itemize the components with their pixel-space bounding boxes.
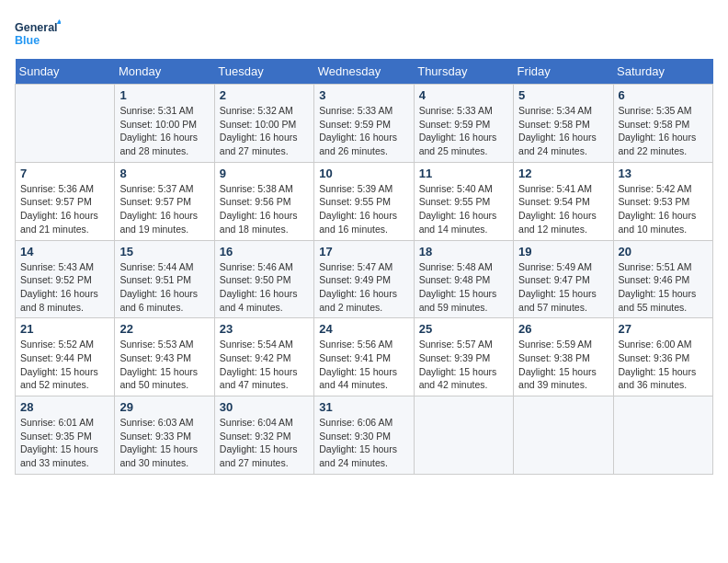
column-header-saturday: Saturday: [613, 59, 712, 85]
calendar-cell: 9Sunrise: 5:38 AM Sunset: 9:56 PM Daylig…: [214, 162, 313, 240]
logo: General Blue: [15, 15, 61, 52]
calendar-cell: [514, 396, 613, 475]
calendar-cell: [414, 396, 513, 475]
day-detail: Sunrise: 6:01 AM Sunset: 9:35 PM Dayligh…: [20, 416, 109, 470]
day-number: 15: [119, 245, 209, 259]
calendar-cell: 14Sunrise: 5:43 AM Sunset: 9:52 PM Dayli…: [16, 240, 115, 318]
day-detail: Sunrise: 5:33 AM Sunset: 9:59 PM Dayligh…: [319, 104, 408, 158]
day-detail: Sunrise: 5:36 AM Sunset: 9:57 PM Dayligh…: [20, 182, 109, 236]
calendar-cell: 3Sunrise: 5:33 AM Sunset: 9:59 PM Daylig…: [314, 85, 414, 163]
calendar-cell: 2Sunrise: 5:32 AM Sunset: 10:00 PM Dayli…: [214, 85, 313, 163]
column-header-wednesday: Wednesday: [314, 59, 414, 85]
day-detail: Sunrise: 5:56 AM Sunset: 9:41 PM Dayligh…: [319, 338, 408, 392]
day-detail: Sunrise: 5:38 AM Sunset: 9:56 PM Dayligh…: [220, 182, 309, 236]
day-number: 11: [419, 167, 508, 180]
calendar-cell: 15Sunrise: 5:44 AM Sunset: 9:51 PM Dayli…: [115, 240, 214, 318]
day-detail: Sunrise: 5:35 AM Sunset: 9:58 PM Dayligh…: [619, 104, 708, 158]
day-number: 12: [518, 167, 608, 180]
calendar-cell: 31Sunrise: 6:06 AM Sunset: 9:30 PM Dayli…: [314, 396, 414, 475]
day-detail: Sunrise: 5:59 AM Sunset: 9:38 PM Dayligh…: [518, 338, 608, 392]
day-number: 28: [20, 400, 109, 414]
calendar-week-row: 28Sunrise: 6:01 AM Sunset: 9:35 PM Dayli…: [16, 396, 713, 475]
day-detail: Sunrise: 5:41 AM Sunset: 9:54 PM Dayligh…: [518, 182, 608, 236]
day-number: 13: [619, 167, 708, 180]
day-detail: Sunrise: 6:03 AM Sunset: 9:33 PM Dayligh…: [119, 416, 209, 470]
day-number: 10: [319, 167, 408, 180]
day-number: 22: [119, 322, 209, 336]
day-detail: Sunrise: 5:39 AM Sunset: 9:55 PM Dayligh…: [319, 182, 408, 236]
calendar-cell: 10Sunrise: 5:39 AM Sunset: 9:55 PM Dayli…: [314, 162, 414, 240]
day-number: 1: [119, 88, 209, 102]
column-header-thursday: Thursday: [414, 59, 513, 85]
calendar-cell: 30Sunrise: 6:04 AM Sunset: 9:32 PM Dayli…: [214, 396, 313, 475]
calendar-cell: 21Sunrise: 5:52 AM Sunset: 9:44 PM Dayli…: [16, 318, 115, 396]
day-detail: Sunrise: 6:04 AM Sunset: 9:32 PM Dayligh…: [220, 416, 309, 470]
day-number: 25: [419, 322, 508, 336]
day-number: 6: [619, 88, 708, 102]
day-number: 19: [518, 245, 608, 259]
day-number: 16: [220, 245, 309, 259]
day-number: 5: [518, 88, 608, 102]
calendar-cell: 27Sunrise: 6:00 AM Sunset: 9:36 PM Dayli…: [613, 318, 712, 396]
day-number: 24: [319, 322, 408, 336]
column-header-friday: Friday: [514, 59, 613, 85]
calendar-cell: 20Sunrise: 5:51 AM Sunset: 9:46 PM Dayli…: [613, 240, 712, 318]
column-header-tuesday: Tuesday: [214, 59, 313, 85]
calendar-cell: 4Sunrise: 5:33 AM Sunset: 9:59 PM Daylig…: [414, 85, 513, 163]
logo-svg: General Blue: [15, 15, 61, 52]
day-detail: Sunrise: 6:06 AM Sunset: 9:30 PM Dayligh…: [319, 416, 408, 470]
day-number: 20: [619, 245, 708, 259]
day-detail: Sunrise: 5:46 AM Sunset: 9:50 PM Dayligh…: [220, 260, 309, 315]
day-detail: Sunrise: 5:49 AM Sunset: 9:47 PM Dayligh…: [518, 260, 608, 315]
calendar-cell: 11Sunrise: 5:40 AM Sunset: 9:55 PM Dayli…: [414, 162, 513, 240]
page-header: General Blue: [15, 15, 713, 52]
svg-text:General: General: [15, 21, 58, 34]
calendar-week-row: 21Sunrise: 5:52 AM Sunset: 9:44 PM Dayli…: [16, 318, 713, 396]
calendar-cell: 16Sunrise: 5:46 AM Sunset: 9:50 PM Dayli…: [214, 240, 313, 318]
day-detail: Sunrise: 5:37 AM Sunset: 9:57 PM Dayligh…: [119, 182, 209, 236]
calendar-cell: 8Sunrise: 5:37 AM Sunset: 9:57 PM Daylig…: [115, 162, 214, 240]
day-number: 17: [319, 245, 408, 259]
calendar-cell: 13Sunrise: 5:42 AM Sunset: 9:53 PM Dayli…: [613, 162, 712, 240]
day-number: 23: [220, 322, 309, 336]
day-detail: Sunrise: 5:57 AM Sunset: 9:39 PM Dayligh…: [419, 338, 508, 392]
day-detail: Sunrise: 5:51 AM Sunset: 9:46 PM Dayligh…: [619, 260, 708, 315]
day-detail: Sunrise: 5:43 AM Sunset: 9:52 PM Dayligh…: [20, 260, 109, 315]
calendar-cell: 19Sunrise: 5:49 AM Sunset: 9:47 PM Dayli…: [514, 240, 613, 318]
calendar-cell: 22Sunrise: 5:53 AM Sunset: 9:43 PM Dayli…: [115, 318, 214, 396]
day-detail: Sunrise: 5:53 AM Sunset: 9:43 PM Dayligh…: [119, 338, 209, 392]
calendar-cell: 6Sunrise: 5:35 AM Sunset: 9:58 PM Daylig…: [613, 85, 712, 163]
day-detail: Sunrise: 5:34 AM Sunset: 9:58 PM Dayligh…: [518, 104, 608, 158]
day-number: 4: [419, 88, 508, 102]
calendar-cell: [613, 396, 712, 475]
day-detail: Sunrise: 5:42 AM Sunset: 9:53 PM Dayligh…: [619, 182, 708, 236]
calendar-cell: 24Sunrise: 5:56 AM Sunset: 9:41 PM Dayli…: [314, 318, 414, 396]
calendar-cell: 23Sunrise: 5:54 AM Sunset: 9:42 PM Dayli…: [214, 318, 313, 396]
column-header-sunday: Sunday: [16, 59, 115, 85]
day-number: 31: [319, 400, 408, 414]
calendar-header-row: SundayMondayTuesdayWednesdayThursdayFrid…: [16, 59, 713, 85]
day-detail: Sunrise: 5:32 AM Sunset: 10:00 PM Daylig…: [220, 104, 309, 158]
calendar-cell: 28Sunrise: 6:01 AM Sunset: 9:35 PM Dayli…: [16, 396, 115, 475]
calendar-cell: [16, 85, 115, 163]
day-number: 21: [20, 322, 109, 336]
day-detail: Sunrise: 5:52 AM Sunset: 9:44 PM Dayligh…: [20, 338, 109, 392]
day-number: 29: [119, 400, 209, 414]
day-number: 9: [220, 167, 309, 180]
day-number: 26: [518, 322, 608, 336]
calendar-week-row: 7Sunrise: 5:36 AM Sunset: 9:57 PM Daylig…: [16, 162, 713, 240]
day-number: 14: [20, 245, 109, 259]
day-detail: Sunrise: 5:33 AM Sunset: 9:59 PM Dayligh…: [419, 104, 508, 158]
day-number: 2: [220, 88, 309, 102]
calendar-week-row: 1Sunrise: 5:31 AM Sunset: 10:00 PM Dayli…: [16, 85, 713, 163]
day-detail: Sunrise: 6:00 AM Sunset: 9:36 PM Dayligh…: [619, 338, 708, 392]
calendar-cell: 26Sunrise: 5:59 AM Sunset: 9:38 PM Dayli…: [514, 318, 613, 396]
day-detail: Sunrise: 5:54 AM Sunset: 9:42 PM Dayligh…: [220, 338, 309, 392]
day-number: 18: [419, 245, 508, 259]
calendar-cell: 17Sunrise: 5:47 AM Sunset: 9:49 PM Dayli…: [314, 240, 414, 318]
day-detail: Sunrise: 5:47 AM Sunset: 9:49 PM Dayligh…: [319, 260, 408, 315]
day-number: 3: [319, 88, 408, 102]
calendar-table: SundayMondayTuesdayWednesdayThursdayFrid…: [15, 59, 713, 475]
calendar-cell: 12Sunrise: 5:41 AM Sunset: 9:54 PM Dayli…: [514, 162, 613, 240]
day-detail: Sunrise: 5:31 AM Sunset: 10:00 PM Daylig…: [119, 104, 209, 158]
